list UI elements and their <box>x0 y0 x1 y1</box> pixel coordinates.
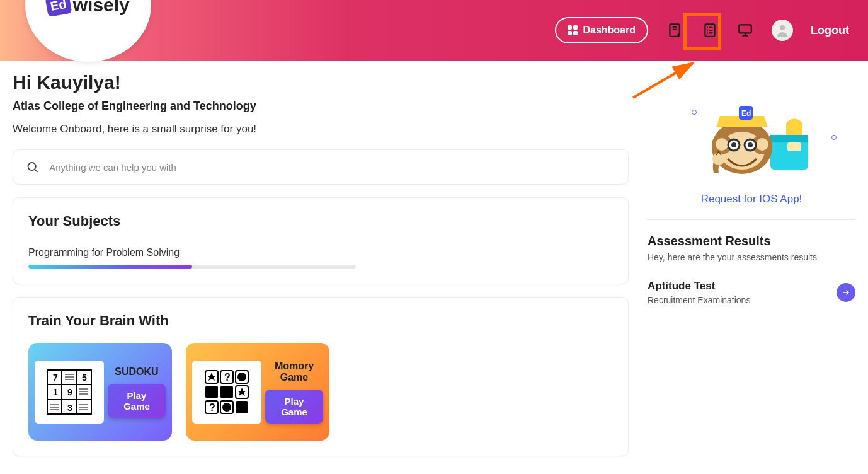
welcome-text: Welcome Onboard, here is a small surpris… <box>13 123 629 136</box>
college-name: Atlas College of Engineering and Technol… <box>13 100 629 113</box>
assessment-item-title: Aptitude Test <box>648 280 750 292</box>
arrow-right-icon <box>842 288 850 297</box>
ios-request-link[interactable]: Request for IOS App! <box>648 193 855 205</box>
search-icon <box>26 160 39 174</box>
search-bar[interactable] <box>13 149 629 185</box>
games-heading: Train Your Brain With <box>28 313 613 329</box>
svg-point-27 <box>222 403 231 412</box>
brand-text: wisely <box>73 0 130 16</box>
dashboard-grid-icon <box>568 25 578 35</box>
game-title: SUDOKU <box>115 366 158 378</box>
svg-point-41 <box>748 142 753 147</box>
monitor-icon[interactable] <box>736 21 754 39</box>
assessment-icon[interactable] <box>701 21 719 39</box>
subject-item[interactable]: Programming for Problem Solving <box>28 247 613 269</box>
svg-text:Ed: Ed <box>741 109 751 118</box>
dashboard-label: Dashboard <box>583 25 636 36</box>
logo-wrap: Edwisely <box>25 0 151 62</box>
svg-text:9: 9 <box>67 387 72 397</box>
game-title: Momory Game <box>265 361 323 383</box>
avatar[interactable] <box>772 20 793 41</box>
svg-rect-30 <box>770 135 808 142</box>
svg-rect-21 <box>205 386 218 398</box>
game-card-sudoku: 75193 SUDOKU Play Game <box>28 343 172 441</box>
svg-point-20 <box>237 373 246 381</box>
top-header: Edwisely Dashboard Logout <box>0 0 868 61</box>
divider <box>648 219 855 220</box>
assessment-heading: Assessment Results <box>648 234 855 248</box>
brand-badge: Ed <box>45 0 72 17</box>
sudoku-image: 75193 <box>35 361 104 424</box>
svg-rect-31 <box>787 142 801 151</box>
subjects-heading: Your Subjects <box>28 213 613 229</box>
logout-link[interactable]: Logout <box>811 24 849 37</box>
game-card-memory: ?? Momory Game Play Game <box>186 343 329 441</box>
dashboard-button[interactable]: Dashboard <box>555 17 648 43</box>
svg-point-44 <box>712 153 725 165</box>
svg-rect-22 <box>220 386 233 398</box>
svg-text:?: ? <box>209 402 215 413</box>
assessment-arrow-button[interactable] <box>837 283 855 302</box>
svg-rect-2 <box>739 25 751 33</box>
notes-icon[interactable] <box>666 21 683 39</box>
svg-text:5: 5 <box>82 373 87 383</box>
assessment-item[interactable]: Aptitude Test Recruitment Examinations <box>648 280 855 305</box>
assessment-item-subtitle: Recruitment Examinations <box>648 295 750 305</box>
decor-circle-icon <box>831 135 837 140</box>
svg-point-39 <box>731 142 736 147</box>
svg-text:7: 7 <box>53 373 58 383</box>
svg-point-37 <box>756 138 768 151</box>
mascot-illustration: Ed <box>648 72 855 192</box>
svg-point-3 <box>780 25 785 30</box>
subjects-card: Your Subjects Programming for Problem So… <box>13 197 629 284</box>
games-card: Train Your Brain With 75193 SUDOKU Play … <box>13 297 629 456</box>
memory-image: ?? <box>192 361 261 424</box>
svg-text:1: 1 <box>53 387 58 397</box>
brand-logo[interactable]: Edwisely <box>47 0 130 16</box>
play-memory-button[interactable]: Play Game <box>265 390 323 424</box>
svg-text:?: ? <box>224 372 231 383</box>
search-input[interactable] <box>49 162 615 173</box>
assessment-subtext: Hey, here are the your assessments resul… <box>648 252 855 262</box>
decor-circle-icon <box>692 110 697 115</box>
subject-name: Programming for Problem Solving <box>28 247 613 258</box>
subject-progress-fill <box>28 265 192 269</box>
svg-point-5 <box>28 163 36 170</box>
side-panel: Ed Request for IOS App! Assessment Resul… <box>648 66 855 456</box>
play-sudoku-button[interactable]: Play Game <box>108 384 166 418</box>
svg-point-35 <box>716 138 728 151</box>
greeting-heading: Hi Kauyilya! <box>13 72 629 93</box>
svg-text:3: 3 <box>67 403 72 413</box>
svg-rect-28 <box>236 401 248 413</box>
subject-progress-track <box>28 265 356 269</box>
